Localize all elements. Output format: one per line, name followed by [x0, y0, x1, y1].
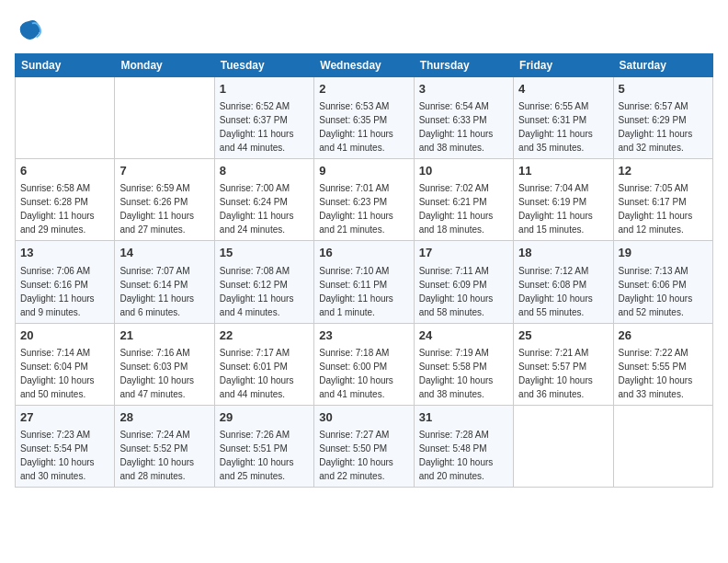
day-cell: 23Sunrise: 7:18 AM Sunset: 6:00 PM Dayli…: [314, 323, 414, 405]
day-number: 19: [619, 245, 708, 261]
day-info: Sunrise: 6:53 AM Sunset: 6:35 PM Dayligh…: [319, 99, 408, 155]
day-cell: 6Sunrise: 6:58 AM Sunset: 6:28 PM Daylig…: [16, 159, 115, 241]
day-cell: 28Sunrise: 7:24 AM Sunset: 5:52 PM Dayli…: [115, 405, 214, 487]
day-info: Sunrise: 6:52 AM Sunset: 6:37 PM Dayligh…: [220, 99, 309, 155]
week-row-2: 6Sunrise: 6:58 AM Sunset: 6:28 PM Daylig…: [16, 159, 713, 241]
day-number: 13: [20, 245, 109, 261]
day-number: 31: [419, 409, 508, 426]
day-cell: [613, 405, 712, 487]
day-number: 26: [619, 327, 708, 344]
day-number: 28: [119, 409, 209, 426]
day-number: 20: [20, 327, 109, 344]
day-info: Sunrise: 7:22 AM Sunset: 5:55 PM Dayligh…: [619, 346, 708, 401]
column-header-wednesday: Wednesday: [314, 54, 414, 77]
day-cell: 4Sunrise: 6:55 AM Sunset: 6:31 PM Daylig…: [514, 77, 613, 159]
column-header-sunday: Sunday: [16, 54, 115, 77]
day-info: Sunrise: 7:02 AM Sunset: 6:21 PM Dayligh…: [419, 181, 508, 236]
day-info: Sunrise: 7:23 AM Sunset: 5:54 PM Dayligh…: [20, 428, 109, 483]
day-number: 4: [518, 81, 608, 98]
day-info: Sunrise: 7:27 AM Sunset: 5:50 PM Dayligh…: [319, 428, 408, 483]
day-info: Sunrise: 7:12 AM Sunset: 6:08 PM Dayligh…: [518, 264, 608, 319]
day-cell: 5Sunrise: 6:57 AM Sunset: 6:29 PM Daylig…: [613, 77, 712, 159]
day-info: Sunrise: 6:55 AM Sunset: 6:31 PM Dayligh…: [518, 99, 608, 155]
day-info: Sunrise: 7:14 AM Sunset: 6:04 PM Dayligh…: [20, 346, 109, 401]
day-info: Sunrise: 7:04 AM Sunset: 6:19 PM Dayligh…: [518, 181, 608, 236]
day-cell: 31Sunrise: 7:28 AM Sunset: 5:48 PM Dayli…: [414, 405, 513, 487]
day-number: 18: [518, 245, 608, 261]
day-number: 17: [419, 245, 508, 261]
logo-icon: [17, 17, 42, 42]
day-cell: 8Sunrise: 7:00 AM Sunset: 6:24 PM Daylig…: [214, 159, 313, 241]
day-info: Sunrise: 7:16 AM Sunset: 6:03 PM Dayligh…: [119, 346, 209, 401]
header-row: SundayMondayTuesdayWednesdayThursdayFrid…: [16, 54, 713, 77]
day-info: Sunrise: 7:06 AM Sunset: 6:16 PM Dayligh…: [20, 264, 109, 319]
day-info: Sunrise: 6:59 AM Sunset: 6:26 PM Dayligh…: [119, 181, 209, 236]
column-header-tuesday: Tuesday: [214, 54, 313, 77]
day-cell: [514, 405, 613, 487]
day-number: 5: [619, 81, 708, 98]
logo: [15, 18, 42, 46]
day-number: 21: [119, 327, 209, 344]
day-info: Sunrise: 6:54 AM Sunset: 6:33 PM Dayligh…: [419, 99, 508, 155]
day-number: 16: [319, 245, 408, 261]
day-cell: 14Sunrise: 7:07 AM Sunset: 6:14 PM Dayli…: [115, 241, 214, 323]
day-number: 2: [319, 81, 408, 98]
day-number: 1: [220, 81, 309, 98]
day-cell: 10Sunrise: 7:02 AM Sunset: 6:21 PM Dayli…: [414, 159, 513, 241]
day-cell: 27Sunrise: 7:23 AM Sunset: 5:54 PM Dayli…: [16, 405, 115, 487]
day-cell: 19Sunrise: 7:13 AM Sunset: 6:06 PM Dayli…: [613, 241, 712, 323]
day-info: Sunrise: 7:10 AM Sunset: 6:11 PM Dayligh…: [319, 264, 408, 319]
day-info: Sunrise: 6:57 AM Sunset: 6:29 PM Dayligh…: [619, 99, 708, 155]
day-cell: 26Sunrise: 7:22 AM Sunset: 5:55 PM Dayli…: [613, 323, 712, 405]
day-info: Sunrise: 7:21 AM Sunset: 5:57 PM Dayligh…: [518, 346, 608, 401]
day-info: Sunrise: 7:07 AM Sunset: 6:14 PM Dayligh…: [119, 264, 209, 319]
day-cell: [16, 77, 115, 159]
day-number: 24: [419, 327, 508, 344]
day-info: Sunrise: 7:00 AM Sunset: 6:24 PM Dayligh…: [220, 181, 309, 236]
column-header-saturday: Saturday: [613, 54, 712, 77]
day-cell: 18Sunrise: 7:12 AM Sunset: 6:08 PM Dayli…: [514, 241, 613, 323]
day-number: 6: [20, 163, 109, 179]
column-header-thursday: Thursday: [414, 54, 513, 77]
day-number: 14: [119, 245, 209, 261]
day-info: Sunrise: 7:05 AM Sunset: 6:17 PM Dayligh…: [619, 181, 708, 236]
day-info: Sunrise: 7:01 AM Sunset: 6:23 PM Dayligh…: [319, 181, 408, 236]
column-header-friday: Friday: [514, 54, 613, 77]
week-row-3: 13Sunrise: 7:06 AM Sunset: 6:16 PM Dayli…: [16, 241, 713, 323]
day-number: 7: [119, 163, 209, 179]
week-row-5: 27Sunrise: 7:23 AM Sunset: 5:54 PM Dayli…: [16, 405, 713, 487]
day-cell: 3Sunrise: 6:54 AM Sunset: 6:33 PM Daylig…: [414, 77, 513, 159]
day-cell: 15Sunrise: 7:08 AM Sunset: 6:12 PM Dayli…: [214, 241, 313, 323]
day-number: 15: [220, 245, 309, 261]
day-number: 9: [319, 163, 408, 179]
calendar-table: SundayMondayTuesdayWednesdayThursdayFrid…: [15, 53, 713, 488]
day-number: 22: [220, 327, 309, 344]
day-info: Sunrise: 7:08 AM Sunset: 6:12 PM Dayligh…: [220, 264, 309, 319]
day-cell: 30Sunrise: 7:27 AM Sunset: 5:50 PM Dayli…: [314, 405, 414, 487]
day-cell: 24Sunrise: 7:19 AM Sunset: 5:58 PM Dayli…: [414, 323, 513, 405]
page-header: [15, 15, 713, 46]
day-cell: [115, 77, 214, 159]
day-info: Sunrise: 7:24 AM Sunset: 5:52 PM Dayligh…: [119, 428, 209, 483]
day-cell: 25Sunrise: 7:21 AM Sunset: 5:57 PM Dayli…: [514, 323, 613, 405]
day-cell: 9Sunrise: 7:01 AM Sunset: 6:23 PM Daylig…: [314, 159, 414, 241]
column-header-monday: Monday: [115, 54, 214, 77]
day-number: 3: [419, 81, 508, 98]
day-cell: 17Sunrise: 7:11 AM Sunset: 6:09 PM Dayli…: [414, 241, 513, 323]
day-number: 23: [319, 327, 408, 344]
day-cell: 2Sunrise: 6:53 AM Sunset: 6:35 PM Daylig…: [314, 77, 414, 159]
day-cell: 16Sunrise: 7:10 AM Sunset: 6:11 PM Dayli…: [314, 241, 414, 323]
day-number: 30: [319, 409, 408, 426]
day-info: Sunrise: 7:28 AM Sunset: 5:48 PM Dayligh…: [419, 428, 508, 483]
day-cell: 22Sunrise: 7:17 AM Sunset: 6:01 PM Dayli…: [214, 323, 313, 405]
day-cell: 12Sunrise: 7:05 AM Sunset: 6:17 PM Dayli…: [613, 159, 712, 241]
day-cell: 7Sunrise: 6:59 AM Sunset: 6:26 PM Daylig…: [115, 159, 214, 241]
day-number: 12: [619, 163, 708, 179]
day-info: Sunrise: 7:13 AM Sunset: 6:06 PM Dayligh…: [619, 264, 708, 319]
day-number: 11: [518, 163, 608, 179]
day-number: 8: [220, 163, 309, 179]
day-cell: 29Sunrise: 7:26 AM Sunset: 5:51 PM Dayli…: [214, 405, 313, 487]
day-cell: 21Sunrise: 7:16 AM Sunset: 6:03 PM Dayli…: [115, 323, 214, 405]
day-number: 27: [20, 409, 109, 426]
day-cell: 20Sunrise: 7:14 AM Sunset: 6:04 PM Dayli…: [16, 323, 115, 405]
